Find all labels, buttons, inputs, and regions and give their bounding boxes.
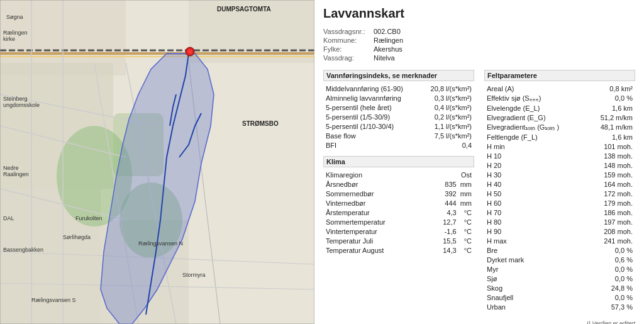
row-value: 1,1 l/(s*km²) [406, 121, 474, 131]
row-value: 15,5 [406, 236, 458, 245]
row-label: Areal (A) [484, 84, 567, 93]
row-value: 12,7 [406, 217, 458, 226]
row-label: Årsnedbør [323, 179, 406, 189]
svg-text:DUMPSAGTOMTA: DUMPSAGTOMTA [217, 6, 271, 13]
row-unit: mm [458, 179, 474, 189]
row-unit: °C [458, 245, 474, 255]
row-label: Bre [484, 245, 567, 255]
svg-text:Rælingsvansen S: Rælingsvansen S [31, 297, 76, 303]
row-value: 148 moh. [567, 160, 635, 170]
table-row: Vinternedbør444mm [323, 198, 474, 208]
table-row: Areal (A)0,8 km² [484, 84, 635, 93]
row-value: 51,2 m/km [567, 113, 635, 122]
table-row: Base flow7,5 l/(s*km²) [323, 131, 474, 140]
row-label: Årstemperatur [323, 208, 406, 217]
row-label: Elvegradient₁₀₈₅ (G₁₀₈₅ ) [484, 122, 567, 132]
row-value: 159 moh. [567, 170, 635, 179]
row-value: 0,0 % [567, 264, 635, 274]
fylke-value: Akershus [374, 45, 635, 53]
row-label: Temperatur August [323, 245, 406, 255]
row-label: Vinternedbør [323, 198, 406, 208]
svg-text:Rælingen: Rælingen [3, 30, 28, 36]
row-label: 5-persentil (1/5-30/9) [323, 112, 406, 121]
row-label: H 40 [484, 179, 567, 189]
left-column: Vannføringsindeks, se merknader Middelva… [323, 70, 474, 318]
row-value: 20,8 l/(s*km²) [406, 84, 474, 93]
meta-table: Vassdragsnr.: 002.CB0 Kommune: Rælingen … [323, 27, 635, 62]
table-row: Urban57,3 % [484, 302, 635, 311]
vassdragsnr-value: 002.CB0 [374, 27, 635, 36]
row-value: 392 [406, 189, 458, 198]
feltparametere-title: Feltparametere [484, 70, 635, 81]
row-label: Middelvannføring (61-90) [323, 84, 406, 93]
table-row: H 90208 moh. [484, 226, 635, 236]
row-value: 4,3 [406, 208, 458, 217]
row-unit: °C [458, 236, 474, 245]
row-label: H 30 [484, 170, 567, 179]
table-row: 5-persentil (1/5-30/9)0,2 l/(s*km²) [323, 112, 474, 121]
row-value: 0,0 % [567, 245, 635, 255]
svg-text:Raalingen: Raalingen [3, 171, 29, 177]
table-row: H 30159 moh. [484, 170, 635, 179]
table-row: Middelvannføring (61-90)20,8 l/(s*km²) [323, 84, 474, 93]
row-label: H 50 [484, 189, 567, 198]
row-unit: °C [458, 217, 474, 226]
row-value: 14,3 [406, 245, 458, 255]
row-label: Myr [484, 264, 567, 274]
svg-text:Søgna: Søgna [6, 14, 23, 20]
table-row: Årstemperatur4,3°C [323, 208, 474, 217]
right-column: Feltparametere Areal (A)0,8 km²Effektiv … [484, 70, 635, 318]
table-row: Dyrket mark0,6 % [484, 255, 635, 264]
row-label: H 20 [484, 160, 567, 170]
vassdrag-value: Nitelva [374, 53, 635, 62]
table-row: H min101 moh. [484, 142, 635, 151]
row-value: 208 moh. [567, 226, 635, 236]
vannforingsindeks-table: Middelvannføring (61-90)20,8 l/(s*km²)Al… [323, 84, 474, 150]
row-value: 7,5 l/(s*km²) [406, 131, 474, 140]
table-row: Myr0,0 % [484, 264, 635, 274]
row-label: Dyrket mark [484, 255, 567, 264]
row-label: H max [484, 236, 567, 245]
table-row: H 50172 moh. [484, 189, 635, 198]
footnote: ¹) Verdien er editert [323, 320, 635, 324]
kommune-value: Rælingen [374, 36, 635, 45]
row-value: 0,4 l/(s*km²) [406, 103, 474, 112]
table-row: Sommernedbør392mm [323, 189, 474, 198]
vassdrag-label: Vassdrag: [323, 53, 374, 62]
row-label: Feltlengde (F_L) [484, 132, 567, 142]
row-value: 241 moh. [567, 236, 635, 245]
row-label: 5-persentil (1/10-30/4) [323, 121, 406, 131]
row-label: 5-persentil (hele året) [323, 103, 406, 112]
row-unit: °C [458, 226, 474, 236]
table-row: H 10138 moh. [484, 151, 635, 160]
row-label: Sjø [484, 274, 567, 283]
svg-text:Stormyra: Stormyra [182, 272, 206, 278]
table-row: Bre0,0 % [484, 245, 635, 255]
table-row: Skog24,8 % [484, 283, 635, 293]
row-value: 179 moh. [567, 198, 635, 208]
row-label: Klimaregion [323, 170, 406, 179]
row-label: Vintertemperatur [323, 226, 406, 236]
table-row: Snaufjell0,0 % [484, 293, 635, 302]
table-row: Elvegradient (E_G)51,2 m/km [484, 113, 635, 122]
table-row: H 20148 moh. [484, 160, 635, 170]
table-row: Elvelengde (E_L)1,6 km [484, 103, 635, 113]
table-row: Temperatur Juli15,5°C [323, 236, 474, 245]
row-value: 164 moh. [567, 179, 635, 189]
row-label: H min [484, 142, 567, 151]
row-value: 197 moh. [567, 217, 635, 226]
row-value: 0,4 [406, 140, 474, 150]
row-value: 0,0 % [567, 93, 635, 103]
table-row: 5-persentil (hele året)0,4 l/(s*km²) [323, 103, 474, 112]
table-row: Årsnedbør835mm [323, 179, 474, 189]
svg-text:STRØMSBO: STRØMSBO [242, 120, 279, 127]
row-value: 138 moh. [567, 151, 635, 160]
table-row: Vintertemperatur-1,6°C [323, 226, 474, 236]
svg-text:Steinberg: Steinberg [3, 96, 28, 102]
svg-point-24 [187, 49, 192, 54]
row-value: 172 moh. [567, 189, 635, 198]
map-container: DUMPSAGTOMTA Søgna Rælingen kirke STRØMS… [0, 0, 314, 324]
row-value: 186 moh. [567, 208, 635, 217]
row-label: Sommertemperatur [323, 217, 406, 226]
vannforingsindeks-title: Vannføringsindeks, se merknader [323, 70, 474, 81]
